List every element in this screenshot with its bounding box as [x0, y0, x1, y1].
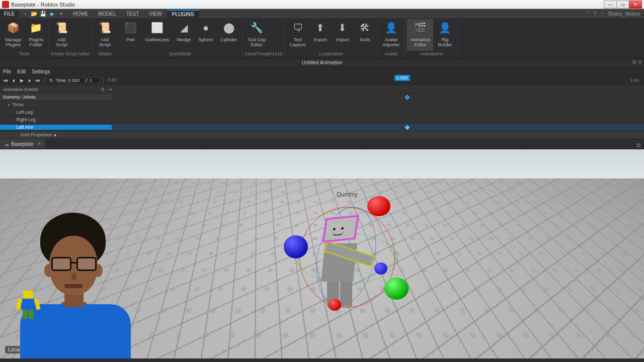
ribbon-manage-plugins-button[interactable]: 📦ManagePlugins [2, 19, 25, 51]
webcam-overlay [5, 208, 141, 358]
events-add-icon[interactable]: ⇥ [108, 87, 112, 92]
window-close-button[interactable]: ✕ [629, 1, 642, 9]
ribbon-icon: ⬤ [221, 20, 236, 35]
doc-tab-baseplate[interactable]: ☁ Baseplate ✕ [0, 139, 45, 149]
ribbon-outlineless-button[interactable]: ⬜OutlineLess [142, 19, 173, 51]
track-torso[interactable]: Torso [13, 102, 24, 107]
tab-plugins[interactable]: PLUGINS [167, 10, 199, 18]
ribbon-group-label: QuickBuild [120, 51, 240, 57]
ribbon-group-label: Animations [407, 51, 455, 57]
ribbon-rig-builder-button[interactable]: 👤RigBuilder [434, 19, 455, 51]
ribbon-icon: 👤 [437, 20, 452, 35]
ribbon-label: Sphere [199, 37, 213, 42]
skip-start-icon[interactable]: ⏮ [2, 77, 9, 84]
ribbon-import-button[interactable]: ⬇Import [332, 19, 353, 51]
ribbon-label: AvatarImporter [383, 37, 400, 47]
menu-tabstrip: FILE ▫ 📂 💾 ▶ ▾ HOME MODEL TEST VIEW PLUG… [0, 9, 644, 18]
qat-more-icon[interactable]: ▾ [58, 10, 65, 17]
ribbon-add-script-button[interactable]: 📜AddScript [95, 19, 116, 51]
skip-end-icon[interactable]: ⏭ [34, 77, 41, 84]
panel-close-icon[interactable]: ✕ [638, 59, 642, 65]
window-maximize-button[interactable]: ▭ [616, 1, 629, 9]
ribbon-animation-editor-button[interactable]: 🎬AnimationEditor [407, 19, 433, 51]
keyframe-icon[interactable] [405, 95, 410, 100]
current-time-field[interactable] [67, 77, 85, 84]
panel-dock-icon[interactable]: ⧉ [632, 59, 636, 65]
ribbon-icon: 🛠 [357, 20, 372, 35]
ribbon-label: Tools [359, 37, 370, 42]
ribbon-add-script-button[interactable]: 📜AddScript [51, 19, 72, 51]
anim-menu-settings[interactable]: Settings [32, 69, 50, 74]
ribbon-plugins-folder-button[interactable]: 📁PluginsFolder [26, 19, 47, 51]
tab-view[interactable]: VIEW [144, 10, 167, 18]
events-settings-icon[interactable]: ⚙ [101, 87, 105, 92]
handle-green[interactable] [384, 278, 409, 300]
ribbon-tool-grip-editor-button[interactable]: 🔧Tool GripEditor [245, 19, 269, 51]
ribbon-cylinder-button[interactable]: ⬤Cylinder [217, 19, 240, 51]
anim-menu-file[interactable]: File [3, 69, 11, 74]
tab-close-icon[interactable]: ✕ [37, 141, 41, 146]
ribbon-icon: 🔧 [249, 20, 264, 35]
track-left-arm[interactable]: Left Arm [17, 125, 34, 130]
anim-menu-edit[interactable]: Edit [17, 69, 26, 74]
ribbon-tools-button[interactable]: 🛠Tools [354, 19, 375, 51]
tabstrip-up-icon[interactable]: ˄ [587, 11, 589, 17]
playhead[interactable]: 0.500 [394, 75, 410, 81]
rig-right-leg[interactable] [340, 282, 352, 307]
qat-play-icon[interactable]: ▶ [49, 10, 56, 17]
track-right-leg[interactable]: Right Leg [17, 117, 36, 122]
user-name[interactable]: Shabo_Neeno [608, 11, 640, 17]
ribbon-icon: ◢ [176, 20, 191, 35]
track-left-leg[interactable]: Left Leg [17, 110, 33, 115]
ribbon-export-button[interactable]: ⬆Export [310, 19, 331, 51]
animation-events-label: Animation Events [0, 87, 101, 92]
ribbon-part-button[interactable]: ⬛Part [120, 19, 141, 51]
handle-blue[interactable] [284, 235, 308, 258]
play-icon[interactable]: ▶ [18, 77, 25, 84]
ribbon-text-capture-button[interactable]: 🗨TextCapture [287, 19, 309, 51]
rig-gizmo[interactable]: Dummy ↖ [287, 202, 408, 333]
ribbon-group-label: Tools [2, 51, 47, 57]
ribbon-icon: 🎬 [413, 20, 428, 35]
ribbon-label: AddScript [56, 37, 67, 47]
ribbon-icon: 👤 [384, 20, 399, 35]
loop-icon[interactable]: ↻ [48, 77, 55, 84]
timeline-ruler[interactable]: 0.00 0.500 [107, 76, 626, 85]
end-time-field[interactable] [88, 77, 100, 84]
tab-model[interactable]: MODEL [93, 10, 121, 18]
step-back-icon[interactable]: ⏴ [10, 77, 17, 84]
window-minimize-button[interactable]: — [604, 1, 617, 9]
share-icon[interactable]: ⠪ [600, 11, 604, 17]
cloud-icon: ☁ [4, 141, 9, 147]
tab-overflow-icon[interactable]: ⧉ [633, 142, 644, 149]
ribbon-sphere-button[interactable]: ●Sphere [195, 19, 216, 51]
help-icon[interactable]: ? [593, 11, 596, 17]
ribbon-icon: 📜 [98, 20, 113, 35]
track-root[interactable]: Dummy: Joints [0, 95, 112, 100]
handle-red[interactable] [367, 196, 390, 216]
ribbon-icon: 📦 [6, 20, 21, 35]
keyframe-icon[interactable] [405, 125, 410, 130]
step-fwd-icon[interactable]: ⏵ [26, 77, 33, 84]
ribbon-label: OutlineLess [145, 37, 170, 42]
rig-head[interactable] [323, 216, 358, 242]
handle-red-2[interactable] [328, 299, 341, 311]
qat-open-icon[interactable]: 📂 [31, 10, 38, 17]
handle-blue-2[interactable] [374, 262, 387, 275]
ribbon-wedge-button[interactable]: ◢Wedge [173, 19, 194, 51]
tab-home[interactable]: HOME [68, 10, 93, 18]
qat-new-icon[interactable]: ▫ [22, 10, 29, 17]
ribbon-label: AddScript [99, 37, 111, 47]
ribbon-icon: ● [198, 20, 213, 35]
ribbon-group-label: Empty Script Adder [51, 51, 90, 57]
ribbon-group-label: Localization [287, 51, 375, 57]
tab-test[interactable]: TEST [121, 10, 144, 18]
viewport-3d[interactable]: Dummy ↖ Local [0, 149, 644, 358]
joint-properties-toggle[interactable]: Joint Properties ▲ [0, 131, 644, 138]
rig-label: Dummy [337, 191, 357, 198]
qat-save-icon[interactable]: 💾 [40, 10, 47, 17]
ribbon-icon: 📁 [29, 20, 44, 35]
ribbon-avatar-importer-button[interactable]: 👤AvatarImporter [380, 19, 403, 51]
tab-file[interactable]: FILE [0, 10, 19, 18]
ribbon-icon: ⬜ [149, 20, 165, 35]
